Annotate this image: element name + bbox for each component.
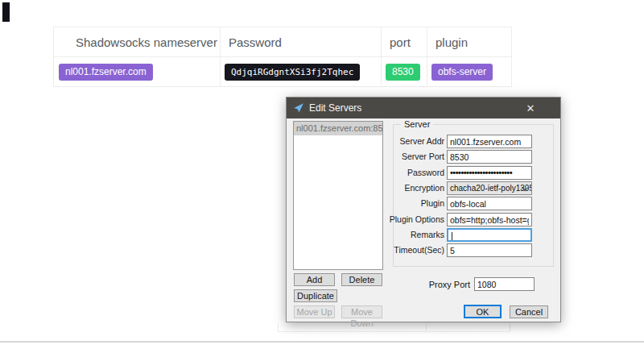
server-table: Shadowsocks nameserver Password port plu…: [53, 27, 512, 87]
screen: Shadowsocks nameserver Password port plu…: [0, 0, 644, 349]
plugin-input[interactable]: [447, 197, 532, 210]
plugin-badge: obfs-server: [431, 64, 493, 81]
encryption-label: Encryption: [359, 181, 444, 195]
encryption-value: chacha20-ietf-poly1305: [450, 184, 532, 193]
plugin-options-input[interactable]: [447, 213, 532, 226]
cancel-button[interactable]: Cancel: [510, 305, 548, 318]
server-addr-input[interactable]: [447, 135, 532, 148]
ok-button[interactable]: OK: [464, 305, 502, 318]
shadowsocks-paper-plane-icon: [293, 102, 304, 114]
add-button[interactable]: Add: [294, 273, 335, 286]
encryption-select[interactable]: chacha20-ietf-poly1305: [447, 181, 532, 195]
plugin-label: Plugin: [359, 197, 444, 210]
timeout-label: Timeout(Sec): [359, 243, 444, 257]
edit-servers-dialog: Edit Servers ✕ nl001.fzserver.com:8530 S…: [286, 97, 561, 322]
server-group-label: Server: [401, 119, 433, 129]
proxy-port-input[interactable]: [474, 277, 535, 291]
dialog-title: Edit Servers: [309, 102, 361, 114]
server-port-input[interactable]: [447, 150, 532, 164]
password-input[interactable]: •••••••••••••••••••••••: [447, 166, 532, 180]
timeout-input[interactable]: [447, 243, 532, 257]
server-port-label: Server Port: [359, 150, 444, 164]
password-label: Password: [359, 166, 444, 180]
text-caret: [452, 232, 452, 240]
col-header-port: port: [382, 27, 427, 57]
duplicate-button[interactable]: Duplicate: [294, 289, 337, 302]
col-header-password: Password: [221, 27, 382, 57]
password-badge: QdjqiRGdgntXSi3fj2Tqhec: [225, 64, 360, 81]
background-table-fragment: [278, 323, 510, 332]
remarks-label: Remarks: [359, 228, 444, 242]
port-badge: 8530: [386, 64, 420, 81]
move-up-button: Move Up: [294, 305, 335, 318]
move-down-button: Move Down: [341, 305, 382, 318]
remarks-input[interactable]: [447, 228, 532, 242]
page-corner-mark: [2, 2, 10, 22]
close-icon[interactable]: ✕: [518, 100, 543, 116]
page-bottom-rule: [0, 341, 644, 343]
server-addr-label: Server Addr: [359, 135, 444, 148]
server-list-item[interactable]: nl001.fzserver.com:8530: [294, 122, 382, 135]
table-header-row: Shadowsocks nameserver Password port plu…: [54, 27, 512, 57]
col-header-nameserver: Shadowsocks nameserver: [54, 27, 221, 57]
col-header-plugin: plugin: [427, 27, 512, 57]
delete-button[interactable]: Delete: [341, 273, 382, 286]
plugin-options-label: Plugin Options: [359, 213, 444, 226]
table-row: nl001.fzserver.com QdjqiRGdgntXSi3fj2Tqh…: [54, 57, 512, 87]
nameserver-badge: nl001.fzserver.com: [59, 64, 153, 81]
proxy-port-label: Proxy Port: [383, 278, 470, 292]
